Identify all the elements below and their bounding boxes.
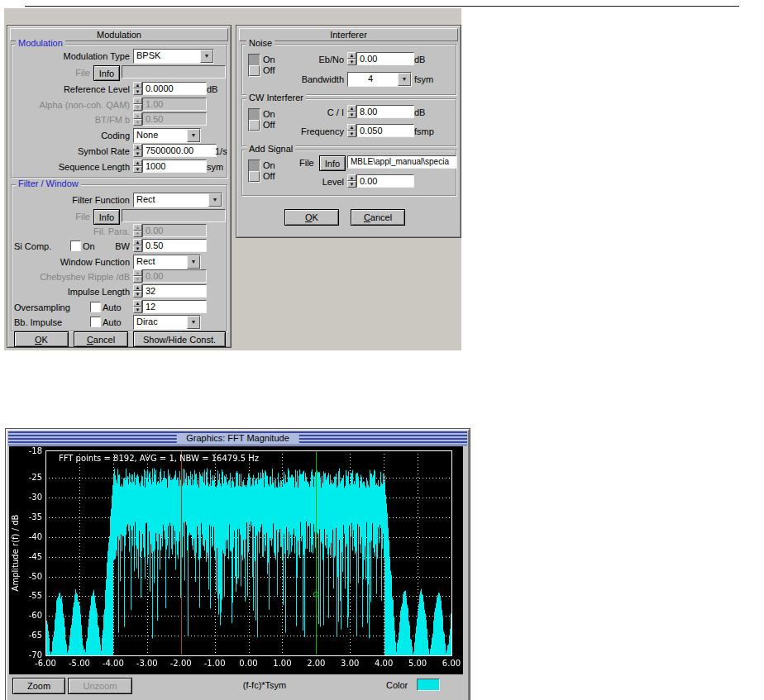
oversampling-input[interactable]: 12 [142, 300, 207, 313]
toggle-thumb[interactable] [249, 65, 260, 76]
spin-down-icon[interactable]: ▼ [133, 166, 142, 173]
bw-spinner[interactable]: ▲▼ [133, 239, 142, 252]
filter-function-select[interactable]: Rect ▼ [133, 193, 222, 207]
oversampling-spinner[interactable]: ▲▼ [133, 300, 142, 313]
add-signal-level-spinner[interactable]: ▲▼ [347, 174, 356, 188]
spin-up-icon[interactable]: ▲ [133, 300, 142, 307]
spin-up-icon[interactable]: ▲ [133, 284, 142, 291]
show-hide-const-button[interactable]: Show/Hide Const. [133, 331, 226, 347]
spin-up-icon[interactable]: ▲ [133, 160, 142, 166]
dropdown-arrow-icon[interactable]: ▼ [187, 129, 200, 142]
toggle-thumb[interactable] [249, 171, 260, 182]
cw-frequency-input[interactable]: 0.050 [356, 124, 414, 137]
interferer-ok-button[interactable]: OK [284, 209, 339, 226]
spin-up-icon[interactable]: ▲ [347, 105, 356, 112]
zoom-button[interactable]: Zoom [12, 678, 65, 694]
alpha-label: Alpha (non-coh. QAM) [11, 100, 130, 110]
oversampling-auto-checkbox[interactable] [90, 302, 101, 312]
mod-file-label: File [11, 68, 90, 78]
dropdown-arrow-icon[interactable]: ▼ [208, 193, 222, 207]
dropdown-arrow-icon[interactable]: ▼ [398, 73, 411, 86]
bandwidth-value: 4 [368, 74, 373, 84]
impulse-length-input[interactable]: 32 [142, 284, 207, 298]
sequence-length-input[interactable]: 1000 [142, 160, 207, 173]
window-function-label: Window Function [11, 257, 130, 267]
spin-down-icon[interactable]: ▼ [133, 307, 142, 313]
filter-file-info-button[interactable]: Info [93, 209, 120, 225]
spin-up-icon[interactable]: ▲ [133, 82, 142, 88]
si-comp-on-checkbox[interactable] [70, 240, 81, 251]
mod-cancel-button[interactable]: Cancel [74, 331, 128, 347]
add-signal-level-input[interactable]: 0.00 [356, 174, 414, 188]
alpha-input: 1.00 [142, 98, 207, 111]
spin-down-icon[interactable]: ▼ [347, 59, 356, 65]
symbol-rate-unit: 1/s [215, 146, 227, 156]
add-signal-file-label: File [299, 158, 314, 168]
modulation-dialog: Modulation Modulation Modulation Type BP… [7, 25, 232, 348]
coding-select[interactable]: None ▼ [133, 128, 201, 143]
ci-spinner[interactable]: ▲▼ [347, 105, 356, 118]
toggle-thumb[interactable] [249, 120, 260, 131]
spin-down-icon[interactable]: ▼ [347, 131, 356, 137]
noise-on-off-toggle[interactable] [248, 54, 260, 77]
spin-down-icon[interactable]: ▼ [133, 291, 142, 298]
bw-input[interactable]: 0.50 [142, 239, 207, 252]
modulation-type-select[interactable]: BPSK ▼ [133, 49, 214, 64]
dropdown-arrow-icon[interactable]: ▼ [187, 255, 200, 269]
symbol-rate-input[interactable]: 7500000.00 [142, 144, 217, 157]
ci-label: C / I [261, 107, 344, 117]
chebyshev-ripple-spinner: ▲▼ [133, 269, 142, 283]
add-signal-file-path-field[interactable]: MBLE\appl_manual\specia [347, 155, 456, 169]
fft-plot-canvas[interactable] [9, 446, 463, 674]
spin-down-icon[interactable]: ▼ [133, 150, 142, 157]
bb-impulse-select[interactable]: Dirac ▼ [133, 315, 201, 330]
trace-color-swatch[interactable] [417, 679, 440, 691]
interferer-dialog: Interferer Noise On Off Eb/No ▲▼ 0.00 dB… [236, 25, 461, 238]
add-signal-on-off-toggle[interactable] [248, 160, 260, 183]
window-function-select[interactable]: Rect ▼ [133, 255, 201, 269]
mod-file-info-button[interactable]: Info [93, 65, 120, 81]
window-function-value: Rect [136, 256, 155, 267]
cw-on-off-toggle[interactable] [248, 108, 260, 131]
add-signal-on-label: On [263, 160, 275, 170]
mod-ok-button[interactable]: OK [14, 331, 69, 347]
spin-up-icon[interactable]: ▲ [133, 144, 142, 150]
dropdown-arrow-icon[interactable]: ▼ [200, 50, 213, 63]
symbol-rate-spinner[interactable]: ▲▼ [133, 144, 142, 157]
chebyshev-ripple-input: 0.00 [142, 269, 207, 283]
unzoom-button[interactable]: Unzoom [68, 678, 132, 694]
ebno-spinner[interactable]: ▲▼ [347, 52, 356, 65]
bb-impulse-auto-checkbox[interactable] [90, 317, 101, 327]
cw-frequency-spinner[interactable]: ▲▼ [347, 124, 356, 137]
spin-down-icon[interactable]: ▼ [133, 88, 142, 95]
spin-up-icon[interactable]: ▲ [133, 239, 142, 245]
add-signal-info-button[interactable]: Info [319, 155, 346, 171]
spin-down-icon[interactable]: ▼ [347, 181, 356, 188]
impulse-length-spinner[interactable]: ▲▼ [133, 284, 142, 298]
filter-parameter-spinner: ▲▼ [133, 224, 142, 237]
x-axis-label: (f-fc)*Tsym [215, 680, 314, 690]
bw-label: BW [97, 241, 130, 251]
graphics-titlebar[interactable]: Graphics: FFT Magnitude [8, 431, 467, 445]
spin-up-icon[interactable]: ▲ [347, 124, 356, 131]
spin-up-icon[interactable]: ▲ [347, 52, 356, 59]
ebno-input[interactable]: 0.00 [356, 52, 414, 65]
spin-down-icon[interactable]: ▼ [347, 112, 356, 118]
ci-input[interactable]: 8.00 [356, 105, 414, 118]
spin-up-icon[interactable]: ▲ [347, 174, 356, 181]
spin-up-icon: ▲ [133, 98, 142, 104]
reference-level-spinner[interactable]: ▲▼ [133, 82, 142, 95]
spin-down-icon[interactable]: ▼ [133, 245, 142, 252]
bandwidth-select[interactable]: 4 ▼ [347, 72, 412, 87]
reference-level-input[interactable]: 0.0000 [142, 82, 207, 95]
dropdown-arrow-icon[interactable]: ▼ [187, 316, 200, 329]
noise-group-label: Noise [246, 39, 275, 48]
ebno-unit: dB [414, 55, 425, 64]
bandwidth-label: Bandwidth [261, 74, 344, 84]
oversampling-label: Oversampling [14, 302, 70, 312]
interferer-cancel-button[interactable]: Cancel [351, 209, 405, 226]
sequence-length-spinner[interactable]: ▲▼ [133, 160, 142, 173]
si-comp-on-label: On [83, 241, 95, 251]
btfm-spinner: ▲▼ [133, 112, 142, 126]
btfm-label: BT/FM b [11, 115, 130, 125]
